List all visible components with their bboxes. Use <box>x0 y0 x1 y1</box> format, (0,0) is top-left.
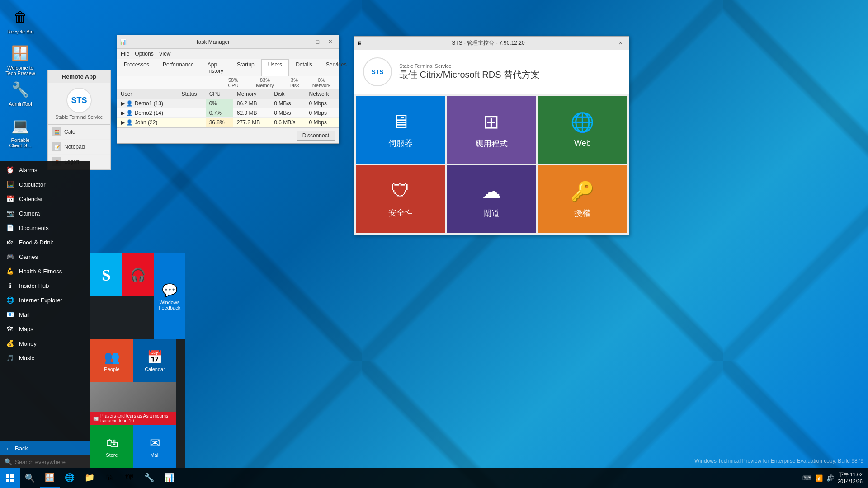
sts-tile-security[interactable]: 🛡 安全性 <box>356 165 445 233</box>
remote-app-notepad[interactable]: 📝 Notepad <box>48 140 110 155</box>
tile-music[interactable]: 🎧 <box>122 253 154 296</box>
taskbar-app-map[interactable]: 🗺 <box>119 468 139 488</box>
taskbar-apps: 🪟 🌐 📁 🛍 🗺 🔧 📊 <box>40 468 802 488</box>
back-label: Back <box>15 445 28 452</box>
menu-item-internet-explorer[interactable]: 🌐 Internet Explorer <box>0 293 90 307</box>
camera-label: Camera <box>19 210 40 217</box>
windows-logo-icon <box>5 474 14 483</box>
task-manager-icon: 📊 <box>120 39 127 45</box>
desktop-icon-admin[interactable]: 🔧 AdminTool <box>2 77 38 108</box>
map-taskbar-icon: 🗺 <box>125 473 133 483</box>
table-row[interactable]: ▶ 👤 John (22) 36.8% 277.2 MB 0.6 MB/s 0 … <box>117 118 339 127</box>
taskbar-app-windows[interactable]: 🪟 <box>40 468 60 488</box>
menu-item-alarms[interactable]: ⏰ Alarms <box>0 163 90 177</box>
tab-startup[interactable]: Startup <box>230 59 261 76</box>
music-label: Music <box>19 355 34 361</box>
notepad-icon: 📝 <box>52 142 61 151</box>
table-row[interactable]: ▶ 👤 Demo2 (14) 0.7% 62.9 MB 0 MB/s 0 Mbp… <box>117 108 339 118</box>
menu-item-calculator[interactable]: 🧮 Calculator <box>0 177 90 192</box>
insider-hub-label: Insider Hub <box>19 282 49 289</box>
sts-tile-app[interactable]: ⊞ 應用程式 <box>447 96 536 164</box>
tile-skype[interactable]: S <box>90 253 122 296</box>
sts-logo: STS <box>363 57 392 86</box>
sts-controls: ✕ <box>614 39 626 48</box>
desktop-icon-recycle-bin[interactable]: 🗑 Recycle Bin <box>2 5 38 36</box>
sts-tile-gateway[interactable]: ☁ 閘道 <box>447 165 536 233</box>
menu-item-calendar[interactable]: 📅 Calendar <box>0 192 90 206</box>
tab-app-history[interactable]: App history <box>201 59 230 76</box>
tab-details[interactable]: Details <box>289 59 319 76</box>
menu-item-camera[interactable]: 📷 Camera <box>0 206 90 221</box>
search-bar: 🔍 <box>0 455 90 468</box>
minimize-button[interactable]: ─ <box>299 38 311 47</box>
search-input[interactable] <box>15 459 91 465</box>
menu-item-mail[interactable]: 📧 Mail <box>0 307 90 322</box>
taskbar-clock[interactable]: 下午 11:02 2014/12/26 <box>838 471 863 485</box>
documents-icon: 📄 <box>5 223 14 232</box>
taskbar-app-tool[interactable]: 🔧 <box>139 468 159 488</box>
tile-windows-feedback[interactable]: 💬 Windows Feedback <box>154 253 185 339</box>
tile-people[interactable]: 👥 People <box>90 339 133 382</box>
tile-calendar[interactable]: 📅 Calendar <box>133 339 176 382</box>
taskbar-app-folder[interactable]: 📁 <box>80 468 99 488</box>
sts-tile-license[interactable]: 🔑 授權 <box>538 165 627 233</box>
menu-item-documents[interactable]: 📄 Documents <box>0 221 90 235</box>
feedback-icon: 💬 <box>162 283 178 298</box>
taskbar-app-store[interactable]: 🛍 <box>99 468 119 488</box>
tab-processes[interactable]: Processes <box>117 59 156 76</box>
menu-item-music[interactable]: 🎵 Music <box>0 351 90 365</box>
tile-store[interactable]: 🛍 Store <box>90 425 133 468</box>
remote-app-logo-circle: STS <box>66 88 92 113</box>
money-icon: 💰 <box>5 339 14 348</box>
recycle-bin-icon: 🗑 <box>9 6 31 28</box>
desktop-icon-welcome[interactable]: 🪟 Welcome to Tech Preview <box>2 41 38 78</box>
keyboard-icon: ⌨ <box>802 474 811 482</box>
sts-tile-web[interactable]: 🌐 Web <box>538 96 627 164</box>
start-menu: ⏰ Alarms 🧮 Calculator 📅 Calendar 📷 Camer… <box>0 161 90 468</box>
table-row[interactable]: ▶ 👤 Demo1 (13) 0% 86.2 MB 0 MB/s 0 Mbps <box>117 99 339 108</box>
volume-icon: 🔊 <box>826 474 834 482</box>
menu-item-food-drink[interactable]: 🍽 Food & Drink <box>0 235 90 249</box>
tile-news[interactable]: 📰 Prayers and tears as Asia mourns tsuna… <box>90 382 176 425</box>
start-button[interactable] <box>0 468 20 488</box>
restore-button[interactable]: ◻ <box>311 38 323 47</box>
menu-item-health-fitness[interactable]: 💪 Health & Fitness <box>0 264 90 278</box>
admin-icon: 🔧 <box>9 79 31 100</box>
windows-taskbar-icon: 🪟 <box>45 473 55 483</box>
taskbar-app-ie[interactable]: 🌐 <box>60 468 80 488</box>
app-label: 應用程式 <box>475 138 508 149</box>
web-label: Web <box>574 139 591 148</box>
taskbar-app-excel[interactable]: 📊 <box>159 468 179 488</box>
menu-item-insider-hub[interactable]: ℹ Insider Hub <box>0 278 90 293</box>
sts-tile-server[interactable]: 🖥 伺服器 <box>356 96 445 164</box>
desktop-icon-portable[interactable]: 💻 Portable Client G... <box>2 113 38 150</box>
menu-item-money[interactable]: 💰 Money <box>0 336 90 351</box>
menu-item-maps[interactable]: 🗺 Maps <box>0 322 90 336</box>
tile-mail[interactable]: ✉ Mail <box>133 425 176 468</box>
task-manager-footer: Disconnect <box>117 127 339 143</box>
menu-options[interactable]: Options <box>135 50 153 58</box>
tab-users[interactable]: Users <box>261 59 289 76</box>
back-button[interactable]: ← Back <box>0 441 90 455</box>
status-demo2 <box>178 108 206 118</box>
menu-view[interactable]: View <box>159 50 171 58</box>
taskbar-search-button[interactable]: 🔍 <box>20 468 40 488</box>
status-john <box>178 118 206 127</box>
menu-file[interactable]: File <box>121 50 129 58</box>
calendar-label: Calendar <box>19 196 43 202</box>
remote-app-name: Stable Terminal Service <box>56 115 103 120</box>
sts-titlebar[interactable]: 🖥 STS - 管理主控台 - 7.90.12.20 ✕ <box>354 37 629 50</box>
tab-performance[interactable]: Performance <box>156 59 201 76</box>
sts-close-button[interactable]: ✕ <box>614 39 626 48</box>
store-label: Store <box>106 452 118 458</box>
task-manager-titlebar[interactable]: 📊 Task Manager ─ ◻ ✕ <box>117 35 339 49</box>
menu-item-games[interactable]: 🎮 Games <box>0 249 90 264</box>
perf-network: 0%Network <box>308 77 335 88</box>
close-button[interactable]: ✕ <box>324 38 336 47</box>
headphones-icon: 🎧 <box>130 267 146 282</box>
perf-memory: 83%Memory <box>249 77 281 88</box>
tab-services[interactable]: Services <box>319 59 354 76</box>
disconnect-button[interactable]: Disconnect <box>297 131 335 141</box>
remote-app-calc[interactable]: 🧮 Calc <box>48 125 110 140</box>
svg-rect-0 <box>6 474 9 478</box>
